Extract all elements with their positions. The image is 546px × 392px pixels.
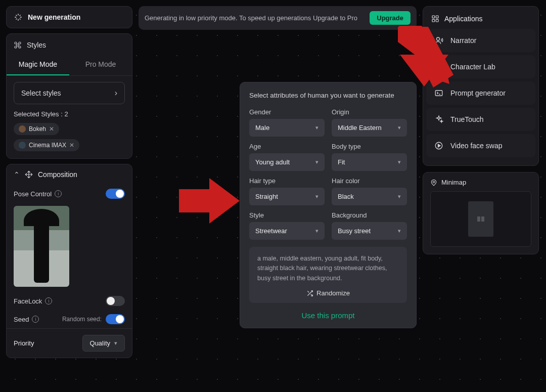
app-item-truetouch[interactable]: TrueTouch: [426, 108, 535, 131]
hair-type-select[interactable]: Straight▾: [249, 188, 325, 205]
chevron-down-icon: ▾: [315, 193, 318, 200]
pose-control-toggle[interactable]: [106, 189, 125, 199]
gender-select[interactable]: Male▾: [249, 119, 325, 137]
svg-marker-6: [399, 26, 449, 84]
style-chip-cinema-imax[interactable]: Cinema IMAX ✕: [14, 139, 79, 151]
tab-pro-mode[interactable]: Pro Mode: [69, 54, 132, 75]
remove-icon[interactable]: ✕: [69, 142, 74, 149]
svg-point-16: [433, 181, 435, 183]
selected-styles-count: Selected Styles : 2: [14, 110, 125, 118]
prompt-generator-panel: Select attributes of human you want to g…: [240, 82, 417, 328]
svg-rect-12: [435, 91, 442, 96]
upgrade-button[interactable]: Upgrade: [370, 11, 411, 25]
location-icon: [430, 179, 437, 186]
seed-row: Seed i Random seed:: [7, 310, 132, 328]
svg-marker-0: [179, 178, 240, 224]
new-generation-header: New generation: [7, 7, 132, 28]
chevron-down-icon: ▾: [315, 228, 318, 234]
facelock-row: FaceLock i: [7, 292, 132, 310]
chip-thumb-icon: [19, 142, 26, 149]
sparkle-icon: [14, 13, 23, 22]
randomize-button[interactable]: Randomize: [257, 289, 399, 297]
composition-header[interactable]: ⌃ Composition: [7, 164, 132, 185]
chevron-down-icon: ▾: [398, 124, 401, 131]
pose-control-row: Pose Control i: [7, 185, 132, 203]
style-select[interactable]: Streetwear▾: [249, 222, 325, 240]
annotation-arrow-icon: [399, 26, 449, 84]
use-this-prompt-button[interactable]: Use this prompt: [249, 311, 407, 320]
style-chip-bokeh[interactable]: Bokeh ✕: [14, 123, 59, 135]
chevron-down-icon: ▾: [398, 228, 401, 234]
play-icon: [434, 141, 443, 150]
origin-select[interactable]: Middle Eastern▾: [332, 119, 407, 137]
priority-select[interactable]: Quality ▾: [82, 335, 125, 352]
shuffle-icon: [306, 290, 313, 297]
apps-grid-icon: [431, 15, 439, 23]
chevron-up-icon: ⌃: [14, 170, 20, 179]
generated-prompt-text: a male, middle eastern, young adult, fit…: [257, 254, 399, 283]
info-icon[interactable]: i: [45, 297, 52, 304]
upgrade-banner: Generating in low priority mode. To spee…: [139, 6, 417, 30]
chevron-down-icon: ▾: [114, 340, 117, 346]
svg-line-3: [307, 291, 309, 292]
chevron-right-icon: ›: [115, 89, 117, 98]
select-styles-button[interactable]: Select styles ›: [14, 82, 125, 104]
svg-marker-15: [438, 144, 441, 147]
hair-color-select[interactable]: Black▾: [332, 188, 407, 205]
info-icon[interactable]: i: [55, 190, 62, 197]
chip-thumb-icon: [19, 125, 26, 133]
minimap-header: Minimap: [430, 179, 531, 186]
minimap-viewport[interactable]: [430, 191, 531, 247]
svg-rect-10: [436, 19, 438, 22]
pose-preview-image[interactable]: [14, 206, 69, 287]
priority-label: Priority: [14, 339, 34, 347]
chevron-down-icon: ▾: [315, 159, 318, 165]
chevron-down-icon: ▾: [315, 124, 318, 131]
command-icon: [14, 41, 22, 49]
annotation-arrow-icon: [179, 178, 240, 224]
background-select[interactable]: Busy street▾: [332, 222, 407, 240]
svg-rect-8: [436, 16, 438, 18]
tab-magic-mode[interactable]: Magic Mode: [7, 54, 69, 75]
info-icon[interactable]: i: [32, 316, 39, 323]
styles-header: Styles: [14, 39, 125, 54]
body-type-select[interactable]: Fit▾: [332, 153, 407, 171]
svg-rect-7: [432, 16, 435, 18]
sparkles-icon: [434, 115, 443, 124]
chevron-down-icon: ▾: [398, 159, 401, 165]
move-icon: [25, 170, 33, 179]
new-generation-title: New generation: [28, 13, 80, 21]
prompt-panel-title: Select attributes of human you want to g…: [249, 92, 407, 99]
age-select[interactable]: Young adult▾: [249, 153, 325, 171]
remove-icon[interactable]: ✕: [49, 125, 54, 133]
minimap-content-icon: [477, 216, 484, 222]
random-seed-toggle[interactable]: [106, 314, 125, 324]
svg-rect-9: [432, 19, 435, 22]
chevron-down-icon: ▾: [398, 193, 401, 200]
app-item-video-face-swap[interactable]: Video face swap: [426, 134, 535, 157]
terminal-icon: [434, 89, 443, 98]
facelock-toggle[interactable]: [106, 296, 125, 306]
